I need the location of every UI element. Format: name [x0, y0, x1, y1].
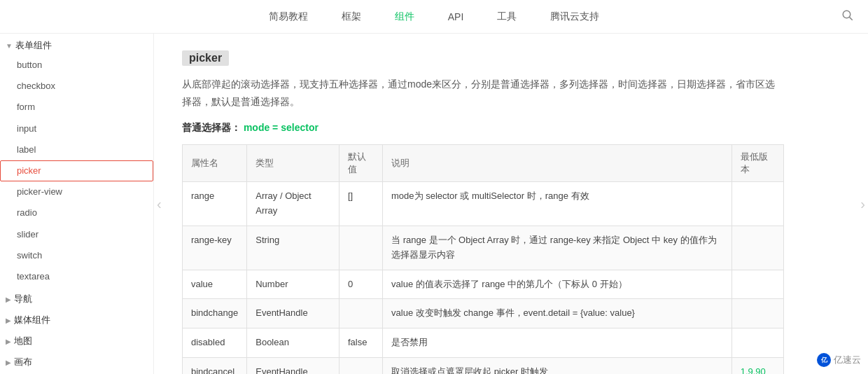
section-title-code: mode = selector: [244, 122, 318, 133]
cell-prop-desc: value 改变时触发 change 事件，event.detail = {va…: [383, 299, 732, 328]
sidebar-item-button[interactable]: button: [0, 55, 153, 76]
nav-item-tencent[interactable]: 腾讯云支持: [547, 11, 602, 23]
logo-area: 亿 亿速云: [817, 353, 861, 367]
media-arrow-icon: ▶: [6, 317, 11, 324]
sidebar-item-input[interactable]: input: [0, 118, 153, 139]
sidebar-item-textarea[interactable]: textarea: [0, 266, 153, 287]
cell-prop-default: [340, 357, 383, 374]
canvas-group-label: 画布: [14, 356, 32, 368]
sidebar-item-form[interactable]: form: [0, 97, 153, 118]
sidebar-item-label[interactable]: label: [0, 139, 153, 160]
sidebar-section-nav[interactable]: ▶ 导航: [0, 287, 153, 308]
media-group-label: 媒体组件: [14, 314, 50, 326]
cell-prop-version: [732, 182, 783, 226]
nav-item-tools[interactable]: 工具: [494, 11, 519, 23]
logo-text: 亿速云: [834, 354, 861, 366]
sidebar-section-media[interactable]: ▶ 媒体组件: [0, 308, 153, 329]
table-row: bindchangeEventHandlevalue 改变时触发 change …: [183, 299, 784, 328]
cell-prop-default: [340, 299, 383, 328]
table-row: valueNumber0value 的值表示选择了 range 中的第几个（下标…: [183, 270, 784, 299]
properties-table: 属性名 类型 默认值 说明 最低版本 rangeArray / Object A…: [182, 144, 784, 374]
table-row: rangeArray / Object Array[]mode为 selecto…: [183, 182, 784, 226]
cell-prop-version: [732, 226, 783, 270]
form-group-label: 表单组件: [15, 39, 52, 52]
content-area: ‹ › picker 从底部弹起的滚动选择器，现支持五种选择器，通过mode来区…: [154, 34, 868, 374]
cell-prop-type: Array / Object Array: [247, 182, 340, 226]
next-page-arrow[interactable]: ›: [860, 196, 865, 212]
cell-prop-type: Number: [247, 270, 340, 299]
main-layout: ▼ 表单组件 button checkbox form input label …: [0, 34, 868, 374]
prev-page-arrow[interactable]: ‹: [157, 196, 162, 212]
cell-prop-name: range: [183, 182, 247, 226]
cell-prop-desc: value 的值表示选择了 range 中的第几个（下标从 0 开始）: [383, 270, 732, 299]
cell-prop-name: disabled: [183, 328, 247, 358]
svg-line-1: [850, 18, 853, 20]
section-title: 普通选择器： mode = selector: [182, 122, 784, 134]
sidebar-item-picker[interactable]: picker: [0, 160, 153, 181]
cell-prop-default: false: [340, 328, 383, 358]
svg-point-0: [843, 11, 850, 18]
sidebar-section-form[interactable]: ▼ 表单组件: [0, 34, 153, 55]
cell-prop-version: [732, 328, 783, 358]
cell-prop-name: range-key: [183, 226, 247, 270]
col-header-name: 属性名: [183, 145, 247, 182]
sidebar-section-canvas[interactable]: ▶ 画布: [0, 350, 153, 371]
sidebar-item-picker-view[interactable]: picker-view: [0, 181, 153, 202]
col-header-type: 类型: [247, 145, 340, 182]
cell-prop-name: bindchange: [183, 299, 247, 328]
sidebar-item-switch[interactable]: switch: [0, 245, 153, 266]
canvas-arrow-icon: ▶: [6, 359, 11, 366]
cell-prop-desc: 取消选择或点遮罩层收起 picker 时触发: [383, 357, 732, 374]
top-nav: 简易教程 框架 组件 API 工具 腾讯云支持: [0, 0, 868, 34]
cell-prop-version: [732, 299, 783, 328]
nav-item-components[interactable]: 组件: [392, 11, 417, 23]
nav-arrow-icon: ▶: [6, 296, 11, 303]
page-title: picker: [182, 50, 229, 66]
description: 从底部弹起的滚动选择器，现支持五种选择器，通过mode来区分，分别是普通选择器，…: [182, 76, 784, 111]
content-inner: picker 从底部弹起的滚动选择器，现支持五种选择器，通过mode来区分，分别…: [182, 50, 784, 374]
cell-prop-version: [732, 270, 783, 299]
table-row: bindcancelEventHandle取消选择或点遮罩层收起 picker …: [183, 357, 784, 374]
cell-prop-name: bindcancel: [183, 357, 247, 374]
cell-prop-type: EventHandle: [247, 299, 340, 328]
sidebar-section-map[interactable]: ▶ 地图: [0, 329, 153, 350]
sidebar-item-slider[interactable]: slider: [0, 224, 153, 245]
cell-prop-type: Boolean: [247, 328, 340, 358]
table-row: range-keyString当 range 是一个 Object Array …: [183, 226, 784, 270]
nav-item-framework[interactable]: 框架: [339, 11, 364, 23]
sidebar-item-radio[interactable]: radio: [0, 202, 153, 223]
map-group-label: 地图: [14, 335, 32, 347]
version-link[interactable]: 1.9.90: [741, 366, 766, 374]
cell-prop-desc: mode为 selector 或 multiSelector 时，range 有…: [383, 182, 732, 226]
form-arrow-icon: ▼: [6, 42, 13, 50]
section-title-prefix: 普通选择器：: [182, 122, 241, 133]
cell-prop-desc: 当 range 是一个 Object Array 时，通过 range-key …: [383, 226, 732, 270]
sidebar: ▼ 表单组件 button checkbox form input label …: [0, 34, 154, 374]
cell-prop-default: []: [340, 182, 383, 226]
col-header-desc: 说明: [383, 145, 732, 182]
cell-prop-version: 1.9.90: [732, 357, 783, 374]
col-header-version: 最低版本: [732, 145, 783, 182]
col-header-default: 默认值: [340, 145, 383, 182]
cell-prop-type: EventHandle: [247, 357, 340, 374]
cell-prop-desc: 是否禁用: [383, 328, 732, 358]
map-arrow-icon: ▶: [6, 338, 11, 345]
table-row: disabledBooleanfalse是否禁用: [183, 328, 784, 358]
cell-prop-default: [340, 226, 383, 270]
cell-prop-default: 0: [340, 270, 383, 299]
nav-group-label: 导航: [14, 293, 32, 305]
logo-icon: 亿: [817, 353, 831, 367]
sidebar-item-checkbox[interactable]: checkbox: [0, 76, 153, 97]
cell-prop-type: String: [247, 226, 340, 270]
search-icon[interactable]: [841, 9, 854, 24]
nav-item-tutorial[interactable]: 简易教程: [266, 11, 311, 23]
nav-item-api[interactable]: API: [445, 11, 467, 22]
cell-prop-name: value: [183, 270, 247, 299]
